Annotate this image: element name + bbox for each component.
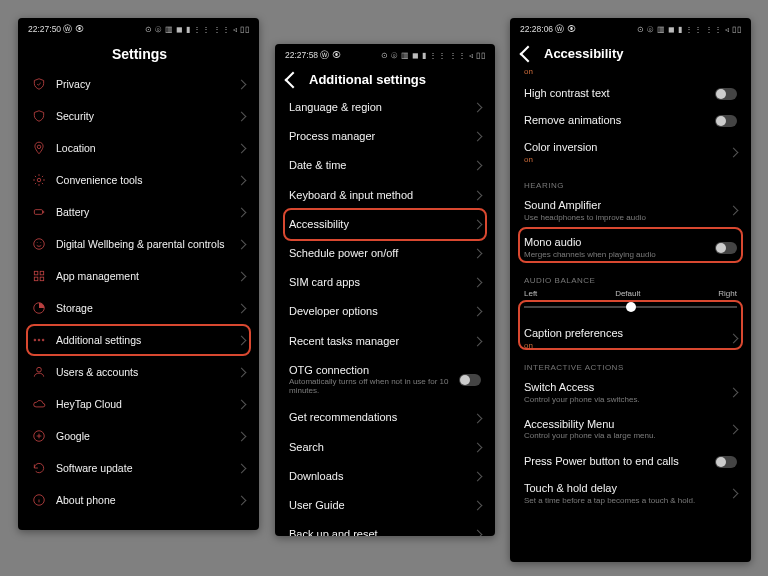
list-item[interactable]: Battery (18, 196, 259, 228)
list-item[interactable]: Color inversionon (510, 134, 751, 171)
list-item[interactable]: Schedule power on/off (275, 239, 495, 268)
list-item[interactable]: Press Power button to end calls (510, 448, 751, 475)
list-item[interactable]: Back up and reset (275, 520, 495, 536)
list-item[interactable]: Privacy (18, 68, 259, 100)
chevron-right-icon (473, 336, 483, 346)
status-time: 22:27:50 ⓦ ⦿ (28, 24, 84, 36)
row-caption-preferences[interactable]: Caption preferences on (510, 320, 751, 357)
row-label: Mono audio (524, 236, 705, 249)
list-item[interactable]: User Guide (275, 491, 495, 520)
status-icons: ⊙ ⦾ ▥ ◼ ▮ ⋮⋮ ⋮⋮ ◃ ▯▯ (145, 25, 249, 35)
list-item[interactable]: Switch AccessControl your phone via swit… (510, 374, 751, 411)
list-item[interactable]: Get recommendations (275, 403, 495, 432)
list-item[interactable]: Location (18, 132, 259, 164)
chevron-right-icon (237, 79, 247, 89)
row-label: SIM card apps (289, 276, 464, 289)
toggle-switch[interactable] (715, 242, 737, 254)
list-item[interactable]: Additional settings (18, 324, 259, 356)
row-label: About phone (56, 494, 228, 507)
storage-icon (32, 301, 46, 315)
list-item[interactable]: Convenience tools (18, 164, 259, 196)
svg-rect-6 (34, 277, 38, 281)
row-label: Accessibility Menu (524, 418, 720, 431)
toggle-switch[interactable] (715, 88, 737, 100)
list-item[interactable]: Date & time (275, 151, 495, 180)
row-label: Sound Amplifier (524, 199, 720, 212)
list-item[interactable]: OTG connectionAutomatically turns off wh… (275, 356, 495, 404)
row-label: Keyboard & input method (289, 189, 464, 202)
chevron-right-icon (473, 307, 483, 317)
list-item[interactable]: Keyboard & input method (275, 181, 495, 210)
row-label: Battery (56, 206, 228, 219)
row-label: Schedule power on/off (289, 247, 464, 260)
row-label: Back up and reset (289, 528, 464, 536)
row-label: Color inversion (524, 141, 720, 154)
list-item[interactable]: SIM card apps (275, 268, 495, 297)
chevron-right-icon (473, 471, 483, 481)
row-label: Downloads (289, 470, 464, 483)
wellbeing-icon (32, 237, 46, 251)
row-label: Location (56, 142, 228, 155)
svg-rect-2 (34, 210, 42, 215)
list-item[interactable]: Storage (18, 292, 259, 324)
list-item[interactable]: Process manager (275, 122, 495, 151)
list-item[interactable]: Language & region (275, 93, 495, 122)
list-item[interactable]: Mono audioMerges channels when playing a… (510, 229, 751, 266)
header: Settings (18, 40, 259, 68)
back-icon[interactable] (520, 45, 537, 62)
chevron-right-icon (473, 132, 483, 142)
chevron-right-icon (237, 335, 247, 345)
list-item[interactable]: Touch & hold delaySet a time before a ta… (510, 475, 751, 512)
chevron-right-icon (237, 367, 247, 377)
list-item[interactable]: Developer options (275, 297, 495, 326)
row-label: HeyTap Cloud (56, 398, 228, 411)
phone-settings: 22:27:50 ⓦ ⦿ ⊙ ⦾ ▥ ◼ ▮ ⋮⋮ ⋮⋮ ◃ ▯▯ Settin… (18, 18, 259, 530)
list-item[interactable]: HeyTap Cloud (18, 388, 259, 420)
toggle-switch[interactable] (715, 115, 737, 127)
list-item[interactable]: Recent tasks manager (275, 327, 495, 356)
tools-icon (32, 173, 46, 187)
list-item[interactable]: Digital Wellbeing & parental controls (18, 228, 259, 260)
interactive-list: Switch AccessControl your phone via swit… (510, 374, 751, 516)
location-icon (32, 141, 46, 155)
balance-default-label: Default (615, 289, 640, 298)
list-item[interactable]: Accessibility (275, 210, 495, 239)
list-item[interactable]: Sound AmplifierUse headphones to improve… (510, 192, 751, 229)
toggle-switch[interactable] (715, 456, 737, 468)
section-interactive-actions: INTERACTIVE ACTIONS (510, 357, 751, 374)
list-item[interactable]: Software update (18, 452, 259, 484)
svg-point-0 (37, 145, 41, 149)
row-label: Press Power button to end calls (524, 455, 705, 468)
chevron-right-icon (237, 399, 247, 409)
list-item[interactable]: Accessibility MenuControl your phone via… (510, 411, 751, 448)
list-item[interactable]: Users & accounts (18, 356, 259, 388)
row-label: Process manager (289, 130, 464, 143)
section-hearing: HEARING (510, 175, 751, 192)
about-icon (32, 493, 46, 507)
list-item[interactable]: Google (18, 420, 259, 452)
row-label: Touch & hold delay (524, 482, 720, 495)
back-icon[interactable] (285, 71, 302, 88)
toggle-switch[interactable] (459, 374, 481, 386)
additional-icon (32, 333, 46, 347)
chevron-right-icon (237, 303, 247, 313)
on-indicator: on (524, 342, 720, 351)
list-item[interactable]: About phone (18, 484, 259, 516)
list-item[interactable]: Remove animations (510, 107, 751, 134)
balance-slider[interactable] (524, 300, 737, 314)
on-indicator: on (524, 156, 720, 165)
svg-point-1 (37, 178, 41, 182)
phone-additional-settings: 22:27:58 ⓦ ⦿ ⊙ ⦾ ▥ ◼ ▮ ⋮⋮ ⋮⋮ ◃ ▯▯ Additi… (275, 44, 495, 536)
list-item[interactable]: App management (18, 260, 259, 292)
list-item[interactable]: Search (275, 433, 495, 462)
row-subtitle: Control your phone via a large menu. (524, 432, 720, 441)
on-indicator: on (510, 67, 751, 80)
list-item[interactable]: Security (18, 100, 259, 132)
page-title: Additional settings (309, 72, 426, 87)
row-label: User Guide (289, 499, 464, 512)
list-item[interactable]: Downloads (275, 462, 495, 491)
row-subtitle: Merges channels when playing audio (524, 251, 705, 260)
row-label: Users & accounts (56, 366, 228, 379)
list-item[interactable]: High contrast text (510, 80, 751, 107)
chevron-right-icon (473, 442, 483, 452)
